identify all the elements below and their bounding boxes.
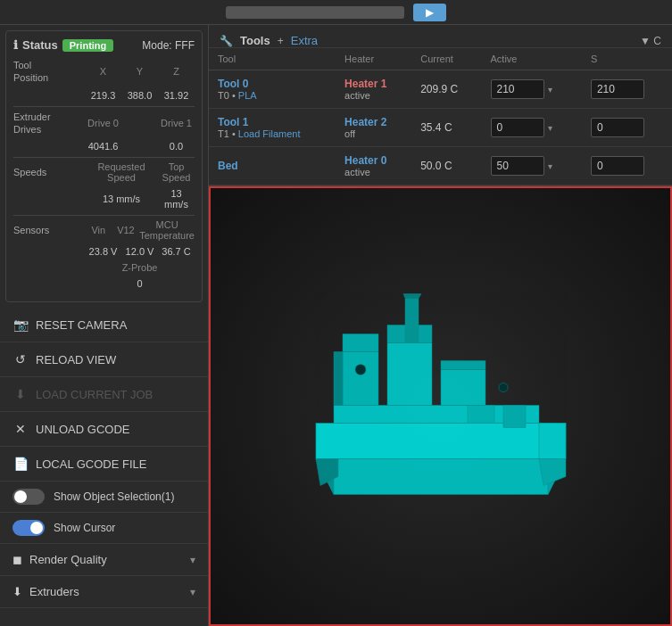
active-arrow-0[interactable]: ▾ [548,85,552,95]
z-header: Z [158,66,195,77]
status-header: ℹ Status Printing Mode: FFF [13,38,195,52]
svg-point-18 [499,383,508,391]
show-cursor-toggle[interactable] [12,520,45,536]
sensors-label: Sensors [13,224,85,236]
load-job-button[interactable]: ⬇ LOAD CURRENT JOB [0,377,208,412]
right-panel: 🔧 Tools + Extra ▼ C Tool Heater Current … [209,25,672,626]
progress-bar [226,6,404,19]
tools-header: 🔧 Tools + Extra ▼ C [209,25,672,48]
z-value: 31.92 [158,90,195,101]
standby-input-group-2 [591,156,663,176]
svg-marker-0 [316,458,566,494]
tool-name-2[interactable]: Bed [218,160,327,172]
vin-value: 23.8 V [85,246,121,257]
render-quality-left: ◼ Render Quality [12,553,107,566]
drive1-value: 0.0 [158,141,195,152]
col-standby: S [582,48,672,70]
status-title: ℹ Status Printing [13,38,113,52]
sensors-values: 23.8 V 12.0 V 36.7 C [13,246,195,257]
svg-point-17 [355,364,366,375]
standby-cell-1 [582,109,672,147]
active-input-0[interactable] [491,79,544,99]
tool-material-0: T0 • PLA [218,90,327,101]
collapse-button[interactable]: ▼ C [640,35,661,47]
current-value-2: 50.0 C [420,160,452,172]
tool-row-1: Tool 1T1 • Load FilamentHeater 2off35.4 … [209,109,672,147]
3d-viewport[interactable] [209,186,672,626]
svg-marker-16 [539,423,566,458]
tool-name-1[interactable]: Tool 1 [218,116,327,128]
mode-label: Mode: FFF [142,39,195,52]
status-badge: Printing [62,39,114,52]
active-arrow-2[interactable]: ▾ [548,161,552,171]
reload-view-button[interactable]: ↺ RELOAD VIEW [0,342,208,377]
mcu-value: 36.7 C [158,246,195,257]
local-gcode-label: LOCAL GCODE FILE [36,457,147,471]
local-gcode-button[interactable]: 📄 LOCAL GCODE FILE [0,447,208,482]
svg-rect-14 [468,405,494,423]
tool-material-1: T1 • Load Filament [218,128,327,139]
x-value: 219.3 [85,90,121,101]
render-quality-chevron: ▾ [190,554,195,566]
svg-marker-19 [539,458,566,485]
active-cell-0: ▾ [482,70,582,109]
sensors-headers: Sensors Vin V12 MCU Temperature [13,219,195,241]
tool-row-0: Tool 0T0 • PLAHeater 1active209.9 C ▾ [209,70,672,109]
current-cell-1: 35.4 C [411,109,481,147]
active-input-group-1: ▾ [491,118,573,137]
svg-marker-11 [441,360,485,369]
status-card: ℹ Status Printing Mode: FFF ToolPosition… [5,30,203,302]
info-icon: ℹ [13,38,18,52]
svg-marker-13 [403,293,421,298]
y-value: 388.0 [121,90,158,101]
extruders-row[interactable]: ⬇ Extruders ▾ [0,576,208,608]
reload-icon: ↺ [12,351,29,367]
show-object-toggle[interactable] [12,489,45,505]
camera-icon: 📷 [12,317,29,333]
tool-position-label: ToolPosition [13,59,85,85]
standby-input-1[interactable] [591,118,644,137]
col-heater: Heater [336,48,411,70]
standby-input-0[interactable] [591,79,644,99]
current-value-1: 35.4 C [420,121,452,134]
current-value-0: 209.9 C [420,83,458,95]
reset-camera-button[interactable]: 📷 RESET CAMERA [0,308,208,342]
speeds-row: Speeds Requested Speed Top Speed [13,161,195,183]
tool-row-2: BedHeater 0active50.0 C ▾ [209,147,672,185]
top-speed-header: Top Speed [158,161,195,183]
svg-marker-7 [334,351,343,405]
play-button[interactable]: ▶ [413,4,446,21]
tools-title: Tools [240,34,270,47]
standby-input-group-0 [591,79,663,99]
standby-input-2[interactable] [591,156,644,176]
heater-status-2: active [344,167,402,177]
heater-cell-0: Heater 1active [336,70,411,109]
active-input-2[interactable] [491,156,544,176]
heater-name-1: Heater 2 [344,116,402,128]
drive1-header: Drive 1 [158,118,195,128]
y-header: Y [121,66,158,77]
req-speed-header: Requested Speed [85,161,158,183]
3d-model [289,280,593,532]
svg-rect-15 [503,405,526,427]
extruder-label: ExtruderDrives [13,111,85,136]
svg-marker-8 [387,342,432,405]
standby-input-group-1 [591,118,663,137]
active-arrow-1[interactable]: ▾ [548,123,552,133]
current-cell-2: 50.0 C [411,147,481,185]
mcu-header: MCU Temperature [139,219,195,241]
render-quality-row[interactable]: ◼ Render Quality ▾ [0,544,208,576]
unload-gcode-label: UNLOAD GCODE [36,423,129,436]
active-input-1[interactable] [491,118,544,137]
top-speed-value: 13 mm/s [158,188,195,210]
extra-link[interactable]: Extra [291,34,318,47]
heater-name-2: Heater 0 [344,154,402,167]
load-job-label: LOAD CURRENT JOB [36,388,153,401]
unload-gcode-button[interactable]: ✕ UNLOAD GCODE [0,412,208,447]
file-icon: 📄 [12,456,29,472]
unload-icon: ✕ [12,421,29,437]
tool-name-0[interactable]: Tool 0 [218,78,327,90]
zprobe-value-row: 0 [13,278,195,289]
heater-name-0: Heater 1 [344,78,402,90]
viewport-background [211,188,670,624]
